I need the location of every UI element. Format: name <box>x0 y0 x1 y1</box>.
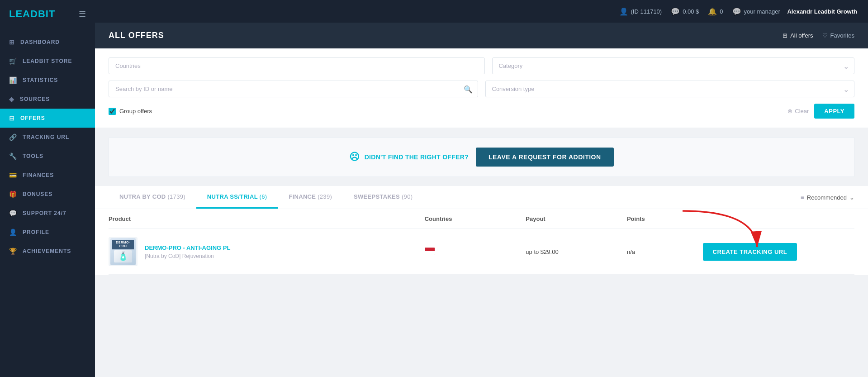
sidebar-item-tools[interactable]: 🔧 TOOLS <box>0 147 95 166</box>
all-offers-icon: ⊞ <box>783 32 787 39</box>
sidebar-item-statistics[interactable]: 📊 STATISTICS <box>0 71 95 90</box>
apply-button[interactable]: APPLY <box>814 104 854 119</box>
offer-product-col: DERMO-PRO 🧴 DERMO-PRO - ANTI-AGING PL [N… <box>109 237 425 266</box>
offer-sub: [Nutra by CoD] Rejuvenation <box>145 253 425 259</box>
sidebar-toggle[interactable]: ☰ <box>79 9 86 19</box>
clear-button[interactable]: ⊗ Clear <box>787 108 809 115</box>
product-bottle: 🧴 <box>114 250 132 262</box>
user-icon: 👤 <box>619 7 628 16</box>
tab-nutra-cod-count: (1739) <box>167 193 185 200</box>
sidebar-label-profile: PROFILE <box>23 229 49 235</box>
product-icon: 🧴 <box>118 252 128 262</box>
group-offers-label[interactable]: Group offers <box>109 108 152 115</box>
tab-nutra-ss-count: (6) <box>260 193 267 200</box>
col-header-payout: Payout <box>526 215 627 222</box>
sidebar-label-sources: SOURCES <box>20 96 50 102</box>
achievements-icon: 🏆 <box>9 248 17 255</box>
countries-input[interactable] <box>109 57 485 74</box>
balance-icon: 💬 <box>671 7 680 16</box>
col-header-countries: Countries <box>425 215 526 222</box>
offer-name[interactable]: DERMO-PRO - ANTI-AGING PL <box>145 244 425 251</box>
no-offer-text: ☹ DIDN'T FIND THE RIGHT OFFER? <box>349 151 469 163</box>
group-offers-checkbox[interactable] <box>109 108 116 115</box>
points-value: n/a <box>627 248 635 255</box>
filter-bottom: Group offers ⊗ Clear APPLY <box>109 104 854 119</box>
tools-icon: 🔧 <box>9 153 17 160</box>
sidebar-item-achievements[interactable]: 🏆 ACHIEVEMENTS <box>0 242 95 261</box>
offer-image: DERMO-PRO 🧴 <box>109 237 138 266</box>
tab-sweepstakes[interactable]: SWEEPSTAKES (90) <box>343 186 423 209</box>
filter-row-1: Category ⌄ <box>109 57 854 74</box>
table-row: DERMO-PRO 🧴 DERMO-PRO - ANTI-AGING PL [N… <box>109 229 854 275</box>
filter-row-2: 🔍 Conversion type ⌄ <box>109 81 854 97</box>
store-icon: 🛒 <box>9 57 17 65</box>
tab-nutra-ss-label: NUTRA SS/TRIAL <box>207 193 260 200</box>
manager-chat-icon: 💬 <box>732 7 741 16</box>
topbar-manager-label: your manager <box>744 8 780 15</box>
col-header-product: Product <box>109 215 425 222</box>
offer-countries-col <box>425 248 526 256</box>
sidebar-label-tools: TOOLS <box>23 153 43 159</box>
sidebar-label-store: LEADBIT STORE <box>23 58 72 64</box>
offers-icon: ⊟ <box>9 115 15 122</box>
all-offers-label: All offers <box>790 32 813 39</box>
sidebar-nav: ⊞ DASHBOARD 🛒 LEADBIT STORE 📊 STATISTICS… <box>0 28 95 377</box>
topbar-balance: 💬 0.00 $ <box>671 7 699 16</box>
poland-flag <box>425 248 435 254</box>
create-tracking-url-button[interactable]: CREATE TRACKING URL <box>703 243 797 261</box>
logo-area: LEADBIT ☰ <box>0 0 95 28</box>
logo-lead: LEAD <box>9 8 38 19</box>
search-input[interactable] <box>109 81 478 97</box>
topbar-notifications[interactable]: 🔔 0 <box>708 7 723 16</box>
tabs-section: NUTRA BY COD (1739) NUTRA SS/TRIAL (6) F… <box>95 186 868 209</box>
tab-nutra-cod[interactable]: NUTRA BY COD (1739) <box>109 186 196 209</box>
page-title: ALL OFFERS <box>109 31 164 40</box>
dashboard-icon: ⊞ <box>9 38 15 46</box>
sidebar-item-sources[interactable]: ◈ SOURCES <box>0 90 95 109</box>
clear-label: Clear <box>795 108 809 115</box>
sidebar-item-leadbit-store[interactable]: 🛒 LEADBIT STORE <box>0 52 95 71</box>
request-addition-button[interactable]: LEAVE A REQUEST FOR ADDITION <box>476 148 614 167</box>
tab-finance[interactable]: FINANCE (239) <box>278 186 343 209</box>
filters-section: Category ⌄ 🔍 Conversion type ⌄ <box>95 48 868 128</box>
tab-sweepstakes-label: SWEEPSTAKES <box>354 193 402 200</box>
no-offer-message: DIDN'T FIND THE RIGHT OFFER? <box>365 153 469 161</box>
sidebar-label-offers: OFFERS <box>20 115 45 121</box>
bonuses-icon: 🎁 <box>9 191 17 198</box>
offer-info: DERMO-PRO - ANTI-AGING PL [Nutra by CoD]… <box>145 244 425 259</box>
category-select[interactable]: Category <box>492 57 855 74</box>
search-wrapper: 🔍 <box>109 81 478 97</box>
support-icon: 💬 <box>9 210 17 217</box>
topbar-balance-val: 0.00 $ <box>683 8 699 15</box>
favorites-label: Favorites <box>830 32 854 39</box>
tracking-icon: 🔗 <box>9 134 17 141</box>
flag-white-stripe <box>425 251 435 254</box>
sidebar-item-bonuses[interactable]: 🎁 BONUSES <box>0 185 95 204</box>
product-label-bar: DERMO-PRO <box>112 240 134 249</box>
topbar-notifications-count: 0 <box>720 8 723 15</box>
sidebar-label-statistics: STATISTICS <box>23 77 58 83</box>
no-offer-banner: ☹ DIDN'T FIND THE RIGHT OFFER? LEAVE A R… <box>109 137 854 177</box>
tab-sweepstakes-count: (90) <box>402 193 413 200</box>
sidebar-item-tracking-url[interactable]: 🔗 TRACKING URL <box>0 128 95 147</box>
offers-table: Product Countries Payout Points <box>95 209 868 275</box>
offer-action-col: CREATE TRACKING URL <box>703 243 854 261</box>
conversion-select-wrapper: Conversion type ⌄ <box>485 81 855 97</box>
sidebar-item-dashboard[interactable]: ⊞ DASHBOARD <box>0 33 95 52</box>
all-offers-toggle[interactable]: ⊞ All offers <box>783 32 813 39</box>
tab-nutra-cod-label: NUTRA BY COD <box>119 193 167 200</box>
tab-finance-label: FINANCE <box>289 193 318 200</box>
topbar-manager-name: Alexandr Leadbit Growth <box>787 8 857 15</box>
offer-row-wrapper: DERMO-PRO 🧴 DERMO-PRO - ANTI-AGING PL [N… <box>109 229 854 275</box>
tabs: NUTRA BY COD (1739) NUTRA SS/TRIAL (6) F… <box>109 186 854 209</box>
search-icon: 🔍 <box>464 85 473 93</box>
sidebar-item-profile[interactable]: 👤 PROFILE <box>0 223 95 242</box>
favorites-toggle[interactable]: ♡ Favorites <box>822 32 854 39</box>
sidebar-item-offers[interactable]: ⊟ OFFERS <box>0 109 95 128</box>
sidebar-label-achievements: ACHIEVEMENTS <box>23 248 71 254</box>
sidebar-item-support[interactable]: 💬 SUPPORT 24/7 <box>0 204 95 223</box>
sort-wrapper[interactable]: ≡ Recommended ⌄ <box>801 194 854 201</box>
tab-nutra-ss[interactable]: NUTRA SS/TRIAL (6) <box>196 186 278 209</box>
sidebar-item-finances[interactable]: 💳 FINANCES <box>0 166 95 185</box>
conversion-select[interactable]: Conversion type <box>485 81 855 97</box>
